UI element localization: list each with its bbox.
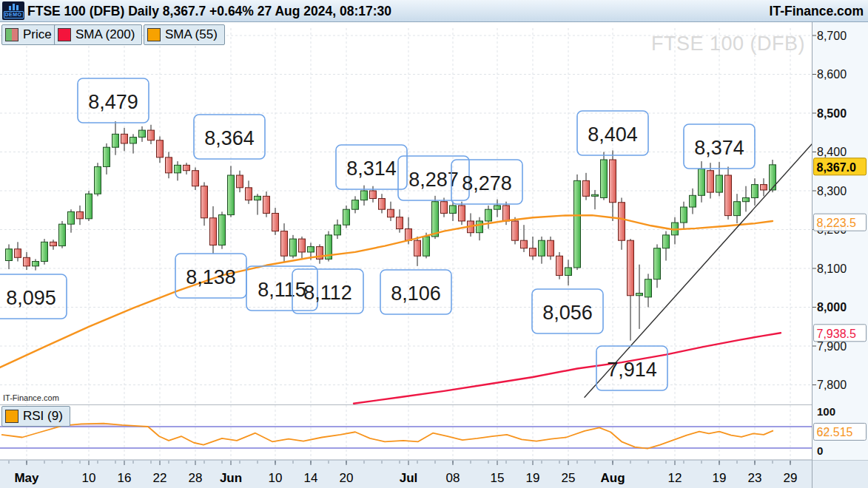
candle — [690, 189, 696, 214]
svg-text:100: 100 — [817, 405, 835, 418]
candle — [192, 168, 199, 190]
svg-text:8,300: 8,300 — [817, 185, 847, 197]
candle — [699, 161, 705, 203]
candle — [343, 206, 350, 228]
svg-text:8,138: 8,138 — [186, 266, 236, 288]
candle — [743, 186, 750, 212]
brand-link[interactable]: IT-Finance.com — [770, 0, 864, 22]
candle — [592, 190, 599, 209]
svg-text:19: 19 — [713, 471, 727, 485]
candle — [468, 213, 474, 237]
legend-rsi-toggle[interactable]: RSI (9) — [1, 406, 70, 427]
candle — [494, 200, 501, 217]
svg-text:62.515: 62.515 — [817, 426, 853, 438]
rsi-line — [1, 424, 773, 449]
svg-text:8,100: 8,100 — [817, 262, 847, 275]
legend-sma200-toggle[interactable]: SMA (200) — [54, 24, 142, 45]
svg-text:23: 23 — [748, 471, 762, 485]
demo-badge: DEMO — [4, 11, 24, 18]
svg-text:29: 29 — [784, 471, 798, 485]
svg-text:8,500: 8,500 — [817, 107, 847, 120]
chart-window: DEMO FTSE 100 (DFB) Daily 8,367.7 +0.64%… — [0, 0, 868, 488]
svg-text:Aug: Aug — [600, 471, 625, 485]
price-annotation: 8,095 — [0, 274, 67, 319]
price-annotation: 8,278 — [451, 160, 522, 204]
sma200-value-tag: 7,938.5 — [814, 325, 867, 342]
candle — [59, 221, 66, 248]
svg-text:16: 16 — [118, 471, 132, 485]
candle — [556, 252, 563, 279]
candle — [681, 202, 687, 230]
candle — [317, 244, 323, 263]
svg-text:8,364: 8,364 — [204, 127, 255, 149]
candle — [86, 191, 92, 221]
candle — [512, 217, 519, 245]
candle — [77, 206, 84, 225]
candle — [414, 237, 421, 266]
candle — [628, 239, 634, 341]
svg-text:8,600: 8,600 — [817, 68, 847, 81]
price-annotations: 8,4798,3648,3148,2878,2788,4048,3748,095… — [0, 78, 755, 390]
candle — [752, 178, 758, 206]
legend-sma55-label: SMA (55) — [165, 27, 218, 42]
svg-text:8,479: 8,479 — [88, 91, 138, 113]
footer-brand: IT-Finance.com — [3, 393, 59, 402]
svg-text:12: 12 — [668, 471, 682, 485]
svg-text:15: 15 — [491, 471, 505, 485]
legend-price-label: Price — [23, 27, 52, 42]
candle — [450, 202, 457, 221]
candle — [716, 162, 723, 196]
candles — [6, 121, 776, 341]
candle — [175, 161, 181, 180]
candle — [397, 209, 403, 233]
legend-sma200-label: SMA (200) — [75, 27, 135, 42]
candle — [539, 237, 545, 264]
candle — [761, 178, 767, 196]
legend-price-toggle[interactable]: Price — [1, 24, 59, 45]
candle — [361, 186, 368, 206]
candle — [370, 186, 377, 203]
title-bar: DEMO FTSE 100 (DFB) Daily 8,367.7 +0.64%… — [0, 0, 868, 22]
candle — [565, 260, 572, 285]
candle — [41, 239, 48, 265]
svg-text:Jul: Jul — [400, 471, 418, 485]
candle — [272, 208, 279, 235]
price-annotation: 7,914 — [596, 346, 667, 390]
svg-text:8,314: 8,314 — [346, 157, 397, 180]
svg-text:8,095: 8,095 — [6, 287, 56, 309]
rsi-swatch-icon — [5, 410, 18, 423]
svg-text:8,223.5: 8,223.5 — [817, 217, 856, 229]
candle — [95, 163, 101, 196]
legend-sma55-toggle[interactable]: SMA (55) — [144, 24, 225, 45]
candle — [246, 180, 252, 204]
svg-text:7,800: 7,800 — [817, 379, 847, 391]
candle — [334, 220, 341, 239]
svg-text:0: 0 — [817, 444, 823, 457]
candle — [583, 173, 590, 200]
candle — [548, 237, 554, 260]
candle — [725, 166, 732, 219]
svg-text:8,115: 8,115 — [258, 279, 306, 301]
sma55-value-tag: 8,223.5 — [814, 214, 867, 231]
candle — [619, 197, 625, 249]
demo-logo: DEMO — [2, 1, 24, 20]
candle — [610, 150, 616, 221]
candle — [121, 128, 128, 152]
candle — [530, 237, 536, 260]
svg-text:Jun: Jun — [220, 471, 242, 485]
rsi-value-tag: 62.515 — [814, 423, 867, 440]
candle — [139, 126, 146, 142]
svg-text:7,914: 7,914 — [607, 359, 657, 381]
candle — [130, 134, 137, 153]
svg-text:14: 14 — [304, 471, 318, 485]
svg-text:8,404: 8,404 — [588, 123, 638, 146]
sma55-line — [0, 215, 773, 367]
candle — [157, 137, 164, 163]
svg-text:8,000: 8,000 — [817, 301, 847, 314]
svg-text:8,056: 8,056 — [542, 302, 593, 324]
svg-text:8,400: 8,400 — [817, 146, 847, 158]
svg-text:8,700: 8,700 — [817, 30, 847, 42]
candle — [299, 237, 306, 258]
svg-text:10: 10 — [82, 471, 96, 485]
candle — [50, 240, 57, 250]
